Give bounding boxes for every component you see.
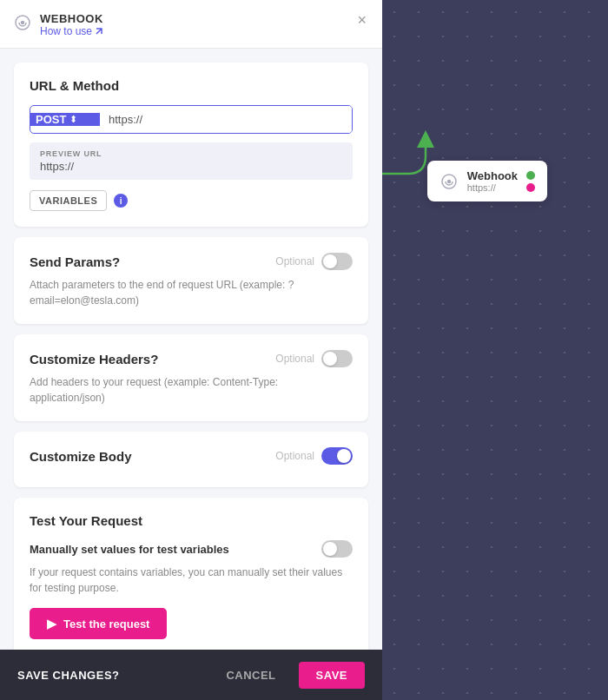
- node-url: https://: [467, 182, 518, 193]
- panel-content: URL & Method POST ⬍ PREVIEW URL https://…: [0, 49, 382, 700]
- variables-button[interactable]: VARIABLES: [30, 190, 107, 211]
- webhook-icon: [14, 14, 31, 31]
- customize-body-section: Customize Body Optional: [14, 432, 368, 487]
- save-changes-label: SAVE CHANGES?: [17, 669, 120, 682]
- customize-headers-section: Customize Headers? Optional Add headers …: [14, 334, 368, 421]
- url-method-title: URL & Method: [30, 78, 353, 93]
- test-request-title: Test Your Request: [30, 513, 353, 528]
- test-desc: If your request contains variables, you …: [30, 565, 353, 596]
- url-method-card: URL & Method POST ⬍ PREVIEW URL https://…: [14, 63, 368, 227]
- svg-point-1: [447, 180, 450, 182]
- send-params-section: Send Params? Optional Attach parameters …: [14, 237, 368, 324]
- test-btn-icon: ▶: [47, 617, 56, 631]
- preview-url-box: PREVIEW URL https://: [30, 142, 353, 180]
- preview-url-label: PREVIEW URL: [40, 149, 342, 158]
- left-panel: WEBHOOK How to use × URL & Method POST ⬍: [0, 0, 382, 700]
- send-params-title: Send Params?: [30, 254, 120, 269]
- method-label: POST: [36, 113, 66, 126]
- header-left: WEBHOOK How to use: [14, 12, 103, 37]
- customize-headers-desc: Add headers to your request (example: Co…: [30, 374, 353, 406]
- method-select-wrap: POST ⬍: [30, 113, 100, 126]
- send-params-thumb: [323, 254, 337, 268]
- bottom-bar: SAVE CHANGES? CANCEL SAVE: [0, 650, 382, 700]
- send-params-desc: Attach parameters to the end of request …: [30, 277, 353, 308]
- customize-headers-thumb: [323, 352, 337, 366]
- customize-headers-right: Optional: [275, 350, 353, 367]
- svg-point-0: [22, 22, 24, 24]
- method-arrow-icon: ⬍: [69, 114, 77, 125]
- send-params-right: Optional: [275, 253, 353, 270]
- customize-body-optional: Optional: [275, 450, 314, 462]
- cancel-button[interactable]: CANCEL: [212, 662, 289, 689]
- panel-header: WEBHOOK How to use ×: [0, 0, 382, 49]
- customize-headers-optional: Optional: [275, 353, 314, 365]
- url-row: POST ⬍: [30, 105, 353, 134]
- canvas-panel: Build › Design › Settings: [382, 0, 608, 700]
- customize-body-title: Customize Body: [30, 449, 132, 464]
- preview-url-value: https://: [40, 160, 342, 173]
- test-manual-thumb: [323, 542, 337, 556]
- node-dot-green: [526, 171, 535, 180]
- node-dots: [526, 171, 535, 192]
- webhook-node: Webhook https://: [427, 161, 547, 201]
- node-dot-red: [526, 183, 535, 192]
- save-button[interactable]: SAVE: [299, 662, 365, 689]
- customize-headers-title: Customize Headers?: [30, 352, 158, 367]
- customize-body-toggle[interactable]: [321, 447, 353, 465]
- node-info: Webhook https://: [467, 169, 518, 193]
- send-params-header: Send Params? Optional: [30, 253, 353, 270]
- close-button[interactable]: ×: [355, 12, 368, 28]
- customize-body-thumb: [337, 449, 351, 463]
- how-to-use-link[interactable]: How to use: [40, 25, 103, 37]
- customize-body-header: Customize Body Optional: [30, 447, 353, 465]
- node-title: Webhook: [467, 169, 518, 182]
- node-webhook-icon: [439, 172, 459, 191]
- info-icon[interactable]: i: [114, 194, 128, 208]
- test-manual-label: Manually set values for test variables: [30, 543, 229, 556]
- customize-body-right: Optional: [275, 447, 353, 465]
- bottom-actions: CANCEL SAVE: [212, 662, 365, 689]
- header-titles: WEBHOOK How to use: [40, 12, 103, 37]
- send-params-toggle[interactable]: [321, 253, 353, 270]
- test-manual-toggle[interactable]: [321, 540, 353, 558]
- send-params-optional: Optional: [275, 255, 314, 267]
- test-request-section: Test Your Request Manually set values fo…: [14, 498, 368, 655]
- test-request-button[interactable]: ▶ Test the request: [30, 608, 167, 639]
- customize-headers-toggle[interactable]: [321, 350, 353, 367]
- customize-headers-header: Customize Headers? Optional: [30, 350, 353, 367]
- test-manual-row: Manually set values for test variables: [30, 540, 353, 558]
- panel-title: WEBHOOK: [40, 12, 103, 25]
- url-input[interactable]: [100, 106, 352, 133]
